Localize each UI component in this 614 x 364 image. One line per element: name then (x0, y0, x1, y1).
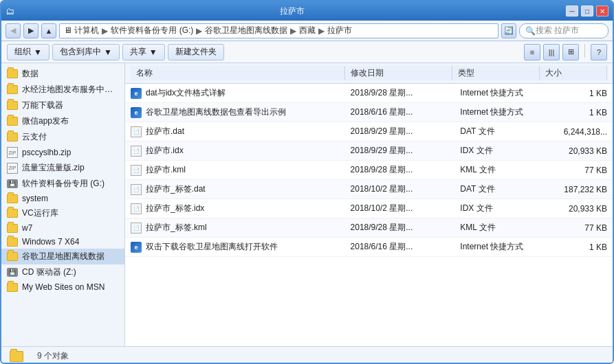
view-large-button[interactable]: ⊞ (562, 44, 579, 60)
sidebar-item[interactable]: system (1, 192, 124, 205)
status-folder-icon (10, 351, 23, 362)
main-area: 数据水经注地图发布服务中间件 X...万能下载器微信app发布云支付ZIPpsc… (1, 63, 613, 346)
sidebar-item[interactable]: w7 (1, 221, 124, 235)
table-row[interactable]: e谷歌卫星地图离线数据包查看导出示例2018/6/16 星期...Interne… (125, 103, 613, 122)
file-type: DAT 文件 (454, 124, 544, 139)
include-label: 包含到库中 (60, 46, 101, 58)
sidebar-item[interactable]: 万能下载器 (1, 98, 124, 113)
ie-icon: e (131, 242, 142, 253)
sidebar-item-label: VC运行库 (22, 207, 58, 219)
sidebar-item[interactable]: My Web Sites on MSN (1, 280, 124, 294)
sidebar-item-label: 流量宝流量版.zip (22, 162, 85, 174)
col-header-size[interactable]: 大小 (540, 66, 607, 80)
sidebar-item[interactable]: ZIP流量宝流量版.zip (1, 160, 124, 176)
sidebar-item[interactable]: 💾CD 驱动器 (Z:) (1, 264, 124, 280)
organize-label: 组织 (14, 46, 31, 58)
table-row[interactable]: 📄拉萨市.idx2018/9/29 星期...IDX 文件20,933 KB (125, 141, 613, 161)
sidebar-item[interactable]: 云支付 (1, 129, 124, 145)
file-name-label: 拉萨市_标签.idx (146, 203, 204, 214)
ie-icon: e (131, 107, 142, 118)
file-type: KML 文件 (454, 162, 544, 178)
col-header-date[interactable]: 修改日期 (345, 66, 452, 80)
sidebar-item-label: 谷歌卫星地图离线数据 (22, 251, 105, 262)
file-date: 2018/6/16 星期... (345, 104, 455, 120)
statusbar: 9 个对象 (1, 346, 613, 364)
col-header-type[interactable]: 类型 (452, 66, 540, 80)
file-size: 1 KB (544, 87, 613, 100)
forward-button[interactable]: ▶ (23, 23, 39, 38)
sidebar-item[interactable]: 💾软件资料备份专用 (G:) (1, 176, 124, 192)
file-name-label: 拉萨市.kml (146, 164, 186, 176)
file-name: 📄拉萨市_标签.idx (125, 201, 345, 216)
table-row[interactable]: e双击下载谷歌卫星地图离线打开软件2018/6/16 星期...Internet… (125, 238, 613, 257)
path-lhasa: 拉萨市 (327, 25, 352, 36)
path-sep-3: ▶ (290, 26, 296, 36)
dat-icon: 📄 (131, 126, 142, 137)
new-folder-button[interactable]: 新建文件夹 (168, 44, 224, 60)
sidebar-item-label: system (22, 194, 48, 203)
sidebar-item[interactable]: Windows 7 X64 (1, 235, 124, 249)
file-size: 1 KB (544, 106, 613, 120)
table-row[interactable]: 📄拉萨市.kml2018/9/28 星期...KML 文件77 KB (125, 161, 613, 180)
back-button[interactable]: ◀ (6, 23, 21, 38)
path-drive: 软件资料备份专用 (G:) (111, 25, 193, 36)
col-header-name[interactable]: 名称 (131, 66, 345, 80)
search-box[interactable]: 🔍 搜索 拉萨市 (519, 23, 608, 38)
folder-icon (7, 224, 18, 233)
table-row[interactable]: 📄拉萨市_标签.dat2018/10/2 星期...DAT 文件187,232 … (125, 180, 613, 199)
sidebar-item-label: 数据 (22, 68, 39, 80)
share-arrow: ▼ (149, 47, 157, 57)
file-size: 187,232 KB (544, 183, 613, 196)
share-button[interactable]: 共享 ▼ (122, 44, 165, 60)
table-row[interactable]: 📄拉萨市_标签.idx2018/10/2 星期...IDX 文件20,933 K… (125, 199, 613, 218)
help-button[interactable]: ? (591, 44, 607, 60)
sidebar-item[interactable]: 数据 (1, 66, 124, 82)
sidebar-item-label: w7 (22, 223, 32, 233)
file-type: Internet 快捷方式 (454, 239, 544, 255)
search-placeholder: 搜索 拉萨市 (536, 25, 579, 36)
minimize-button[interactable]: ─ (566, 5, 578, 16)
up-button[interactable]: ▲ (41, 23, 56, 38)
file-date: 2018/9/28 星期... (345, 220, 455, 236)
dat-icon: 📄 (131, 184, 142, 195)
file-name: 📄拉萨市.dat (125, 124, 345, 139)
table-row[interactable]: edat与idx文件格式详解2018/9/28 星期...Internet 快捷… (125, 84, 613, 103)
kml-icon: 📄 (131, 223, 142, 234)
file-name: 📄拉萨市.idx (125, 143, 345, 159)
sidebar-item[interactable]: 水经注地图发布服务中间件 X... (1, 82, 124, 98)
folder-icon (7, 69, 18, 78)
view-detail-button[interactable]: ||| (543, 44, 560, 60)
refresh-button[interactable]: 🔄 (501, 23, 516, 38)
organize-button[interactable]: 组织 ▼ (7, 44, 50, 60)
view-list-button[interactable]: ≡ (524, 44, 540, 60)
sidebar-item[interactable]: 谷歌卫星地图离线数据 (1, 249, 124, 264)
maximize-button[interactable]: □ (581, 5, 593, 16)
sidebar-item-label: psccyslhb.zip (22, 148, 71, 157)
folder-icon (7, 133, 18, 141)
path-computer: 🖥 计算机 (64, 25, 99, 36)
include-library-button[interactable]: 包含到库中 ▼ (52, 44, 120, 60)
addressbar: ◀ ▶ ▲ 🖥 计算机 ▶ 软件资料备份专用 (G:) ▶ 谷歌卫星地图离线数据… (1, 21, 613, 41)
content-area: 名称 修改日期 类型 大小 edat与idx文件格式详解2018/9/28 星期… (125, 63, 613, 346)
window-title: 拉萨市 (19, 5, 566, 17)
path-tibet: 西藏 (299, 25, 316, 36)
dat-icon: 📄 (131, 146, 142, 157)
close-button[interactable]: ✕ (596, 5, 608, 16)
folder-icon (7, 238, 18, 247)
column-headers: 名称 修改日期 类型 大小 (125, 63, 613, 84)
sidebar-item[interactable]: 微信app发布 (1, 113, 124, 129)
folder-icon (7, 101, 18, 110)
file-type: DAT 文件 (454, 181, 544, 197)
file-type: Internet 快捷方式 (454, 85, 544, 101)
sidebar-item[interactable]: ZIPpsccyslhb.zip (1, 145, 124, 160)
file-size: 20,933 KB (544, 202, 613, 216)
zip-icon: ZIP (7, 147, 18, 158)
file-date: 2018/9/29 星期... (345, 143, 455, 159)
table-row[interactable]: 📄拉萨市_标签.kml2018/9/28 星期...KML 文件77 KB (125, 218, 613, 238)
file-type: IDX 文件 (454, 201, 544, 216)
file-date: 2018/10/2 星期... (345, 201, 455, 216)
table-row[interactable]: 📄拉萨市.dat2018/9/29 星期...DAT 文件6,244,318..… (125, 122, 613, 141)
sidebar-item[interactable]: VC运行库 (1, 205, 124, 221)
address-path[interactable]: 🖥 计算机 ▶ 软件资料备份专用 (G:) ▶ 谷歌卫星地图离线数据 ▶ 西藏 … (59, 23, 498, 38)
file-name-label: 谷歌卫星地图离线数据包查看导出示例 (146, 106, 286, 118)
